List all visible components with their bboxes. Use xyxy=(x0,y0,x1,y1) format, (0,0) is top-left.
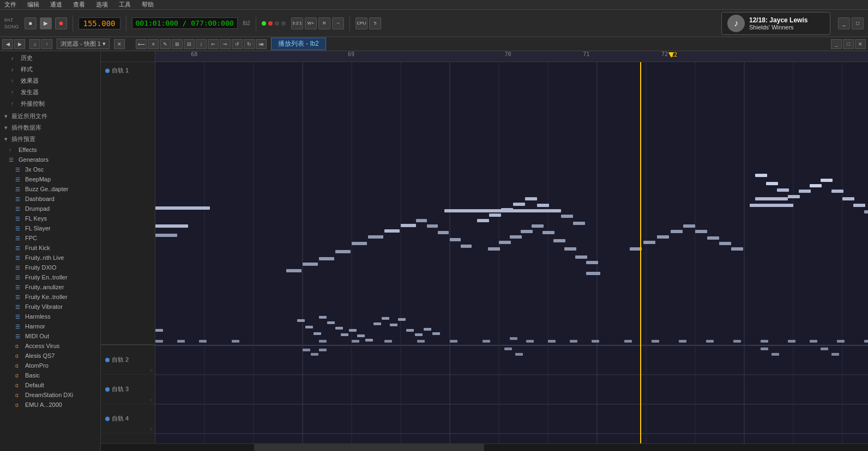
note-r5[interactable] xyxy=(532,224,544,228)
sidebar-plugin-presets[interactable]: ▾ 插件预置 xyxy=(0,133,100,145)
sidebar-plugin-3xosc[interactable]: ☰ 3x Osc xyxy=(0,164,100,174)
note-r8[interactable] xyxy=(564,247,576,251)
note-p4[interactable] xyxy=(513,203,525,206)
note-hx4[interactable] xyxy=(821,179,833,182)
note-bot15[interactable] xyxy=(592,340,599,343)
pl-btn10[interactable]: ↻ xyxy=(244,39,255,49)
note-bot24[interactable] xyxy=(837,340,845,343)
pl-right-btn1[interactable]: _ xyxy=(831,39,842,49)
note-m8[interactable] xyxy=(401,224,416,227)
pl-right-btn2[interactable]: □ xyxy=(843,39,854,49)
sidebar-plugin-dashboard[interactable]: ☰ Dashboard xyxy=(0,194,100,204)
note-r2[interactable] xyxy=(499,241,511,244)
note-bot2[interactable] xyxy=(177,340,185,343)
sidebar-plugin-basic[interactable]: α Basic xyxy=(0,370,100,380)
pl-btn9[interactable]: ↺ xyxy=(232,39,243,49)
note-p9[interactable] xyxy=(573,222,585,225)
track-resize-3[interactable]: ○ xyxy=(149,397,153,403)
note-rh3[interactable] xyxy=(327,321,335,324)
note-1-3[interactable] xyxy=(155,234,177,237)
note-bot20[interactable] xyxy=(733,340,741,343)
note-h3[interactable] xyxy=(777,188,789,192)
note-bot18[interactable] xyxy=(679,340,686,343)
note-m9[interactable] xyxy=(416,219,427,222)
note-rr2[interactable] xyxy=(311,353,318,356)
note-r6[interactable] xyxy=(542,231,554,234)
note-hx3[interactable] xyxy=(810,184,822,187)
sidebar-plugin-dreamstation[interactable]: α DreamStation DXi xyxy=(0,390,100,400)
mixer-btn[interactable]: 3:2:1 xyxy=(291,17,303,29)
menu-help[interactable]: 帮助 xyxy=(140,1,156,9)
note-m13[interactable] xyxy=(461,245,472,248)
note-rr7[interactable] xyxy=(771,353,779,356)
note-hlong2[interactable] xyxy=(755,197,788,200)
sidebar-effects-sub[interactable]: ↑ Effects xyxy=(0,145,100,155)
sidebar-plugin-fruitynthlive[interactable]: ☰ Fruity..nth Live xyxy=(0,253,100,263)
note-bot8[interactable] xyxy=(417,340,425,343)
minimize-btn[interactable]: _ xyxy=(838,17,850,29)
note-r7[interactable] xyxy=(553,239,565,242)
sidebar-item-history[interactable]: ♪ 历史 xyxy=(0,52,100,64)
sidebar-plugin-fruityanulizer[interactable]: ☰ Fruity..anulizer xyxy=(0,282,100,292)
note-r11[interactable] xyxy=(586,272,600,275)
note-s9[interactable] xyxy=(731,247,743,251)
pl-btn8[interactable]: ⇒ xyxy=(220,39,231,49)
menu-view[interactable]: 查看 xyxy=(71,1,87,9)
sidebar-plugin-fruityentroller[interactable]: ☰ Fruity En..troller xyxy=(0,272,100,282)
note-bot14[interactable] xyxy=(570,340,577,343)
note-p7[interactable] xyxy=(549,209,561,212)
note-rr9[interactable] xyxy=(831,353,839,356)
note-r9[interactable] xyxy=(575,255,587,259)
note-1-2[interactable] xyxy=(155,224,188,228)
note-bot6[interactable] xyxy=(352,340,359,343)
pl-btn3[interactable]: ✎ xyxy=(160,39,171,49)
note-hx1[interactable] xyxy=(788,195,800,198)
note-p8[interactable] xyxy=(561,215,573,218)
note-hx6[interactable] xyxy=(842,197,854,200)
note-p1[interactable] xyxy=(477,219,489,222)
tb2-forward[interactable]: ▶ xyxy=(14,39,25,49)
pl-btn7[interactable]: ⇐ xyxy=(208,39,219,49)
note-s6[interactable] xyxy=(695,230,707,233)
sidebar-plugin-harmor[interactable]: ☰ Harmor xyxy=(0,321,100,331)
playlist-title-tab[interactable]: 播放列表 - lb2 xyxy=(271,38,326,50)
note-r10[interactable] xyxy=(586,261,598,264)
note-bot16[interactable] xyxy=(624,340,632,343)
menu-options[interactable]: 选项 xyxy=(94,1,110,9)
note-hx8[interactable] xyxy=(864,210,868,214)
note-1-long1[interactable] xyxy=(444,209,553,212)
note-s1[interactable] xyxy=(630,247,642,251)
note-bot3[interactable] xyxy=(199,340,207,343)
scrollbar-thumb[interactable] xyxy=(254,444,484,451)
tb2-up[interactable]: ↑ xyxy=(41,39,52,49)
note-m2[interactable] xyxy=(303,263,318,266)
tb2-home[interactable]: ⌂ xyxy=(29,39,40,49)
piano-roll[interactable] xyxy=(155,62,868,443)
note-sc1[interactable] xyxy=(373,322,381,325)
horizontal-scrollbar[interactable] xyxy=(101,443,868,451)
tb2-back[interactable]: ◀ xyxy=(2,39,13,49)
maximize-btn[interactable]: □ xyxy=(852,17,864,29)
sidebar-plugin-fruitkick[interactable]: ☰ Fruit Kick xyxy=(0,243,100,253)
note-bot9[interactable] xyxy=(450,340,457,343)
note-ms2[interactable] xyxy=(415,333,423,336)
note-rr8[interactable] xyxy=(821,348,828,350)
sidebar-plugin-atompro[interactable]: α AtomPro xyxy=(0,361,100,370)
note-rp2[interactable] xyxy=(305,326,313,328)
note-ms1[interactable] xyxy=(406,329,414,332)
menu-channel[interactable]: 通道 xyxy=(48,1,64,9)
note-bot1[interactable] xyxy=(155,340,163,343)
sidebar-generators-sub[interactable]: ☰ Generators xyxy=(0,155,100,164)
pl-btn5[interactable]: ⊟ xyxy=(184,39,195,49)
note-p5[interactable] xyxy=(525,197,537,200)
sidebar-plugin-harmless[interactable]: ☰ Harmless xyxy=(0,312,100,321)
note-rr5[interactable] xyxy=(515,353,523,356)
sidebar-item-external[interactable]: ↑ 外接控制 xyxy=(0,98,100,109)
note-p6[interactable] xyxy=(537,204,549,207)
note-m5[interactable] xyxy=(352,242,367,245)
note-bot4[interactable] xyxy=(232,340,239,343)
note-m11[interactable] xyxy=(438,231,449,234)
sidebar-plugin-fpc[interactable]: ☰ FPC xyxy=(0,233,100,243)
note-s2[interactable] xyxy=(643,241,655,244)
note-bot12[interactable] xyxy=(526,340,534,343)
